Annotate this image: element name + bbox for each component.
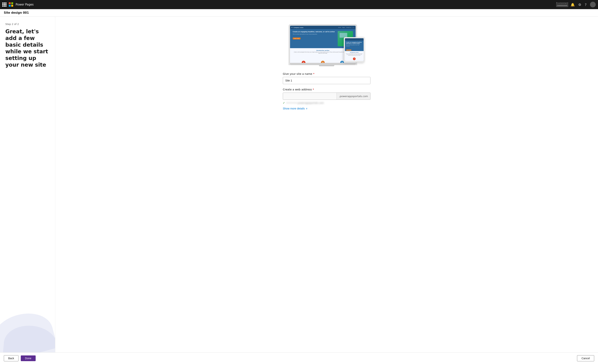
site-name-required: *	[313, 72, 315, 75]
laptop-base	[290, 63, 356, 65]
laptop-company-name: Company name	[293, 27, 303, 28]
form-area: Give your site a name * Create a web add…	[283, 72, 370, 110]
web-address-suffix: .powerappsportals.com	[337, 93, 370, 100]
laptop-hero-title: Create an engaging headline, welcome, or…	[293, 31, 336, 33]
site-name-label: Give your site a name *	[283, 72, 370, 75]
notification-icon[interactable]: 🔔	[571, 3, 575, 7]
mobile-badge-1: 1	[353, 57, 356, 60]
validation-url-blurred: ••••••••.powerappsportals.com	[286, 102, 324, 104]
microsoft-logo	[9, 2, 13, 7]
settings-icon[interactable]: ⚙	[578, 3, 581, 7]
laptop-stand	[319, 65, 334, 66]
mobile-intro-title: Introduction section	[346, 52, 363, 53]
laptop-nav: Company name Home Pages Contact us •••	[290, 26, 356, 29]
topnav: Power Pages Environment •••••••• 🔔 ⚙ ?	[0, 0, 598, 9]
check-icon: ✓	[283, 101, 285, 104]
environment-label: Environment	[556, 2, 568, 4]
mobile-intro-text: Create a short paragraph that shows your…	[346, 53, 363, 56]
left-panel: Step 2 of 2 Great, let's add a few basic…	[0, 16, 55, 352]
environment-block: Environment ••••••••	[556, 2, 568, 7]
app-name: Power Pages	[16, 3, 33, 6]
mobile-hero-sub: This is a short description of your valu…	[346, 45, 362, 47]
topnav-icons: 🔔 ⚙ ?	[571, 2, 596, 8]
done-button[interactable]: Done	[21, 356, 35, 361]
laptop-hero-sub: This is a short description of your valu…	[293, 33, 336, 35]
mobile-hero: Create an engaging headline, welcome, or…	[345, 40, 364, 51]
waffle-menu[interactable]	[2, 2, 7, 7]
preview-area: Company name Home Pages Contact us ••• C…	[289, 24, 365, 66]
help-icon[interactable]: ?	[585, 3, 587, 7]
step-label: Step 2 of 2	[5, 23, 50, 25]
chevron-down-icon: ∨	[306, 107, 307, 110]
cancel-button[interactable]: Cancel	[577, 355, 594, 361]
show-more-details-button[interactable]: Show more details ∨	[283, 107, 307, 110]
web-address-required: *	[313, 88, 314, 91]
avatar[interactable]	[590, 2, 596, 8]
mobile-intro: Introduction section Create a short para…	[345, 51, 364, 57]
badge-2: 2	[321, 61, 325, 63]
mobile-nav	[345, 38, 364, 40]
show-more-label: Show more details	[283, 107, 305, 110]
badge-3: 3	[340, 61, 344, 63]
page-header: Site design 001	[0, 9, 598, 16]
back-button[interactable]: Back	[4, 355, 18, 361]
site-name-input[interactable]	[283, 77, 370, 84]
main-layout: Step 2 of 2 Great, let's add a few basic…	[0, 16, 598, 352]
laptop-hero-btn: Learn more	[293, 38, 300, 40]
laptop-nav-links: Home Pages Contact us •••	[338, 27, 354, 28]
footer: Back Done Cancel	[0, 352, 598, 364]
mobile-hero-title: Create an engaging headline, welcome, or…	[346, 42, 362, 44]
web-address-label: Create a web address *	[283, 88, 370, 91]
step-heading: Great, let's add a few basic details whi…	[5, 28, 50, 68]
web-address-input[interactable]	[283, 93, 337, 100]
web-address-row: .powerappsportals.com	[283, 93, 370, 100]
mobile-mockup: Create an engaging headline, welcome, or…	[344, 37, 365, 62]
environment-value: ••••••••	[556, 4, 568, 7]
mobile-screen: Create an engaging headline, welcome, or…	[345, 38, 364, 61]
mobile-badge: 1	[345, 57, 364, 61]
mobile-hero-btn: Learn more	[346, 49, 351, 51]
laptop-hero-text: Create an engaging headline, welcome, or…	[293, 31, 336, 46]
validation-row: ✓ ••••••••.powerappsportals.com	[283, 101, 370, 104]
validation-url[interactable]: ••••••••.powerappsportals.com	[286, 101, 324, 104]
page-title: Site design 001	[4, 11, 29, 15]
right-content: Company name Home Pages Contact us ••• C…	[55, 16, 598, 352]
badge-1: 1	[302, 61, 306, 63]
